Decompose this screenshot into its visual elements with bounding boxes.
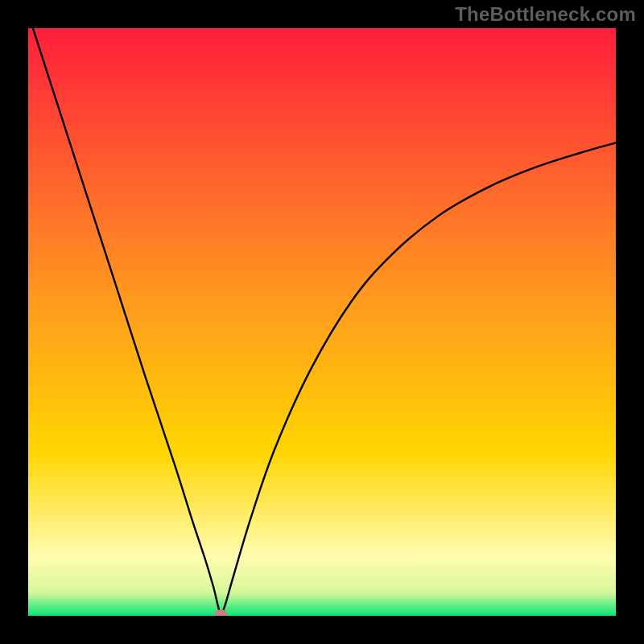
plot-area — [28, 28, 616, 616]
chart-frame: TheBottleneck.com — [0, 0, 644, 644]
watermark-text: TheBottleneck.com — [455, 3, 636, 26]
gradient-background — [28, 28, 616, 616]
bottleneck-chart — [28, 28, 616, 616]
